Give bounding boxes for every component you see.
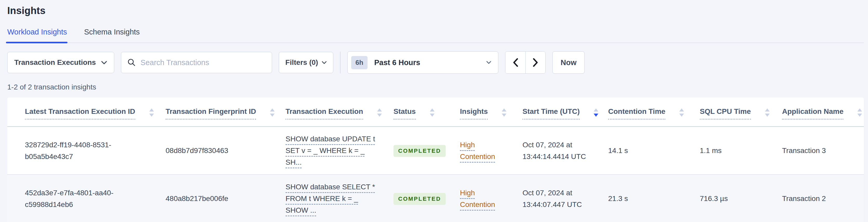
sort-icon[interactable]	[857, 108, 863, 117]
time-range-picker[interactable]: 6h Past 6 Hours	[347, 51, 498, 74]
cell-start-time: Oct 07, 2024 at 13:44:14.4414 UTC	[515, 127, 600, 175]
time-range-badge: 6h	[351, 56, 367, 69]
search-icon	[127, 58, 136, 67]
tab-bar: Workload Insights Schema Insights	[7, 28, 864, 43]
cell-application-name: Transaction 3	[774, 127, 864, 175]
sort-icon[interactable]	[679, 108, 684, 117]
cell-contention-time: 14.1 s	[600, 127, 692, 175]
insight-link[interactable]: High Contention	[460, 141, 495, 161]
status-badge: COMPLETED	[394, 193, 446, 205]
tab-schema-insights[interactable]: Schema Insights	[84, 28, 140, 42]
results-count: 1-2 of 2 transaction insights	[7, 83, 864, 91]
table-row: 452da3e7-e7fa-4801-aa40-c59988d14eb6 480…	[7, 175, 864, 222]
page-title: Insights	[7, 0, 864, 17]
cell-insights: High Contention	[452, 127, 515, 175]
insights-table-card: Latest Transaction Execution ID Transact…	[7, 97, 864, 222]
sort-icon[interactable]	[501, 108, 507, 117]
transaction-statement-link[interactable]: SHOW database SELECT * FROM t WHERE k = …	[285, 183, 375, 214]
insight-link[interactable]: High Contention	[460, 189, 495, 209]
col-header-sql-cpu-time[interactable]: SQL CPU Time	[692, 97, 774, 127]
cell-start-time: Oct 07, 2024 at 13:44:07.447 UTC	[515, 175, 600, 222]
chevron-down-icon	[101, 61, 107, 65]
cell-contention-time: 21.3 s	[600, 175, 692, 222]
cell-fingerprint-id: 480a8b217be006fe	[158, 175, 278, 222]
execution-type-dropdown[interactable]: Transaction Executions	[7, 52, 114, 73]
time-prev-button[interactable]	[505, 52, 525, 73]
transaction-insights-table: Latest Transaction Execution ID Transact…	[7, 97, 864, 222]
cell-application-name: Transaction 2	[774, 175, 864, 222]
search-input[interactable]	[141, 58, 266, 67]
table-header-row: Latest Transaction Execution ID Transact…	[7, 97, 864, 127]
col-header-status[interactable]: Status	[386, 97, 452, 127]
cell-exec-id: 452da3e7-e7fa-4801-aa40-c59988d14eb6	[7, 175, 158, 222]
sort-icon[interactable]	[765, 108, 770, 117]
now-button[interactable]: Now	[552, 51, 585, 74]
cell-fingerprint-id: 08d8b7d97f830463	[158, 127, 278, 175]
status-badge: COMPLETED	[394, 145, 446, 157]
col-header-contention-time[interactable]: Contention Time	[600, 97, 692, 127]
col-header-application-name[interactable]: Application Name	[774, 97, 864, 127]
time-range-label: Past 6 Hours	[374, 58, 420, 67]
col-header-start-time[interactable]: Start Time (UTC)	[515, 97, 600, 127]
col-header-insights[interactable]: Insights	[452, 97, 515, 127]
transaction-statement-link[interactable]: SHOW database UPDATE t SET v = _ WHERE k…	[285, 135, 375, 166]
chevron-down-icon	[486, 61, 491, 64]
cell-exec-id: 328729d2-ff19-4408-8531-b05a5b4e43c7	[7, 127, 158, 175]
col-header-fingerprint-id[interactable]: Transaction Fingerprint ID	[158, 97, 278, 127]
tab-workload-insights[interactable]: Workload Insights	[7, 28, 67, 42]
sort-icon[interactable]	[429, 108, 435, 117]
sort-icon[interactable]	[593, 108, 599, 117]
chevron-down-icon	[321, 61, 327, 64]
table-row: 328729d2-ff19-4408-8531-b05a5b4e43c7 08d…	[7, 127, 864, 175]
toolbar-divider	[340, 52, 341, 73]
time-next-button[interactable]	[525, 52, 545, 73]
col-header-latest-exec-id[interactable]: Latest Transaction Execution ID	[7, 97, 158, 127]
cell-transaction-execution: SHOW database UPDATE t SET v = _ WHERE k…	[278, 127, 386, 175]
sort-icon[interactable]	[377, 108, 382, 117]
chevron-left-icon	[513, 58, 519, 67]
cell-transaction-execution: SHOW database SELECT * FROM t WHERE k = …	[278, 175, 386, 222]
toolbar: Transaction Executions Filters (0) 6h Pa…	[7, 51, 864, 74]
insights-page: Insights Workload Insights Schema Insigh…	[0, 0, 868, 222]
cell-insights: High Contention	[452, 175, 515, 222]
filters-dropdown-label: Filters (0)	[285, 58, 318, 67]
filters-dropdown[interactable]: Filters (0)	[279, 52, 333, 73]
cell-status: COMPLETED	[386, 175, 452, 222]
time-nav-group	[505, 51, 546, 74]
cell-sql-cpu-time: 1.1 ms	[692, 127, 774, 175]
cell-sql-cpu-time: 716.3 µs	[692, 175, 774, 222]
col-header-transaction-execution[interactable]: Transaction Execution	[278, 97, 386, 127]
chevron-right-icon	[532, 58, 538, 67]
sort-icon[interactable]	[149, 108, 154, 117]
execution-type-dropdown-label: Transaction Executions	[14, 58, 96, 67]
search-box[interactable]	[121, 52, 272, 73]
cell-status: COMPLETED	[386, 127, 452, 175]
sort-icon[interactable]	[270, 108, 275, 117]
